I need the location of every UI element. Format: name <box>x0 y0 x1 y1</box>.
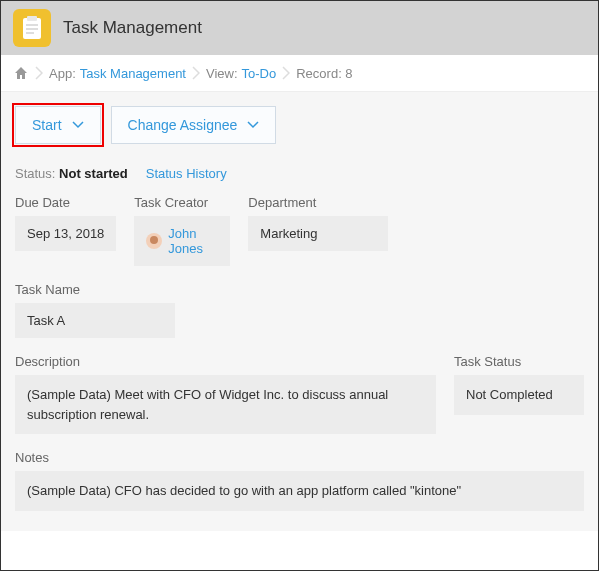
breadcrumb-app-link[interactable]: Task Management <box>80 66 186 81</box>
department-label: Department <box>248 195 388 210</box>
clipboard-icon <box>13 9 51 47</box>
start-button[interactable]: Start <box>15 106 101 144</box>
svg-rect-1 <box>27 16 37 21</box>
app-header: Task Management <box>1 1 598 55</box>
breadcrumb-record: Record: 8 <box>296 66 352 81</box>
breadcrumb-app-label: App: <box>49 66 76 81</box>
breadcrumb: App: Task Management View: To-Do Record:… <box>1 55 598 92</box>
due-date-label: Due Date <box>15 195 116 210</box>
home-icon[interactable] <box>13 65 29 81</box>
notes-label: Notes <box>15 450 584 465</box>
task-creator-label: Task Creator <box>134 195 230 210</box>
chevron-right-icon <box>192 66 200 80</box>
task-name-value: Task A <box>15 303 175 338</box>
task-status-value: Not Completed <box>454 375 584 415</box>
description-label: Description <box>15 354 436 369</box>
task-status-label: Task Status <box>454 354 584 369</box>
action-bar: Start Change Assignee <box>15 106 584 144</box>
status-history-link[interactable]: Status History <box>146 166 227 181</box>
department-value: Marketing <box>248 216 388 251</box>
task-creator-link[interactable]: John Jones <box>168 226 218 256</box>
chevron-down-icon <box>247 121 259 129</box>
notes-value: (Sample Data) CFO has decided to go with… <box>15 471 584 511</box>
app-title: Task Management <box>63 18 202 38</box>
task-name-label: Task Name <box>15 282 584 297</box>
status-label: Status: <box>15 166 55 181</box>
svg-rect-3 <box>26 28 38 30</box>
chevron-right-icon <box>282 66 290 80</box>
change-assignee-label: Change Assignee <box>128 117 238 133</box>
avatar <box>146 233 162 249</box>
breadcrumb-view-label: View: <box>206 66 238 81</box>
svg-rect-2 <box>26 24 38 26</box>
due-date-value: Sep 13, 2018 <box>15 216 116 251</box>
description-value: (Sample Data) Meet with CFO of Widget In… <box>15 375 436 434</box>
svg-rect-4 <box>26 32 34 34</box>
breadcrumb-view-link[interactable]: To-Do <box>242 66 277 81</box>
chevron-down-icon <box>72 121 84 129</box>
chevron-right-icon <box>35 66 43 80</box>
status-value: Not started <box>59 166 128 181</box>
start-button-label: Start <box>32 117 62 133</box>
change-assignee-button[interactable]: Change Assignee <box>111 106 277 144</box>
